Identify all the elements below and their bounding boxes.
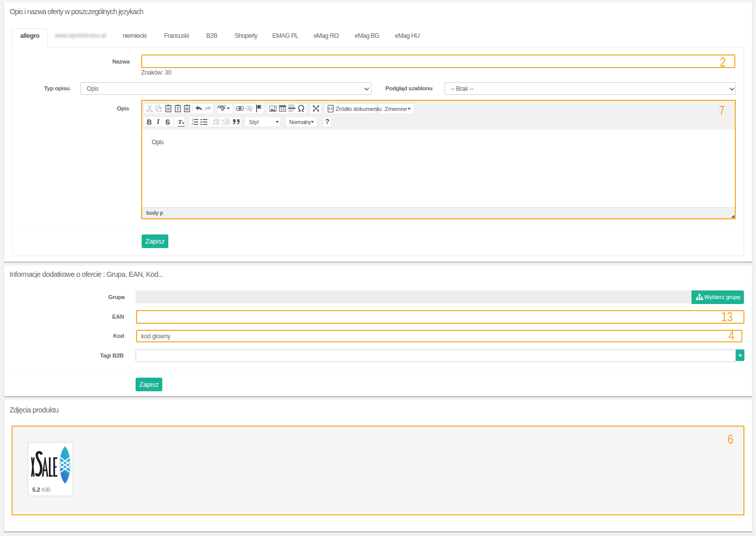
svg-text:2: 2 <box>192 122 194 125</box>
svg-text:1: 1 <box>192 118 194 122</box>
